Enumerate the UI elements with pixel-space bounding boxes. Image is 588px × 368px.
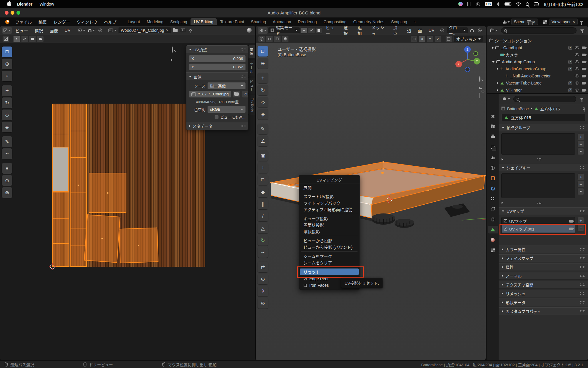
- pin-id-icon[interactable]: [583, 107, 585, 110]
- tool-edge-slide[interactable]: [258, 262, 268, 272]
- remove-uv-map-button[interactable]: [577, 224, 584, 231]
- menu-item-project-from-view-bounds[interactable]: ビューから投影 (バウンド): [299, 244, 360, 250]
- tool-cursor[interactable]: [258, 58, 268, 69]
- siri-icon[interactable]: [456, 2, 465, 6]
- vertex-groups-panel-header[interactable]: 頂点グループ: [499, 124, 588, 131]
- reload-image-button[interactable]: [242, 91, 248, 97]
- blender-app-menu[interactable]: [3, 20, 12, 24]
- exclude-checkbox[interactable]: [568, 81, 572, 85]
- tool-scale[interactable]: [258, 97, 268, 107]
- tool-add-cube[interactable]: [258, 150, 268, 161]
- panel-grip-icon[interactable]: [580, 274, 585, 277]
- panel-grip-icon[interactable]: [580, 257, 585, 260]
- exclude-checkbox[interactable]: [568, 67, 572, 71]
- uv-editor-type-button[interactable]: [2, 27, 12, 34]
- vp-menu-edge[interactable]: 辺: [404, 27, 414, 34]
- tab-object[interactable]: [488, 174, 498, 182]
- outliner-filter-button[interactable]: [579, 27, 586, 34]
- outliner-row-vt-inner[interactable]: VT-Inner: [487, 87, 588, 94]
- menu-item-clear-seam[interactable]: シームをクリア: [299, 259, 360, 266]
- pin-image-button[interactable]: [187, 27, 194, 34]
- uv-island-square-1[interactable]: [89, 173, 126, 213]
- geometry-data-panel-header[interactable]: 形状データ: [499, 299, 588, 306]
- mirror-z-toggle[interactable]: Z: [435, 36, 441, 42]
- properties-filter-button[interactable]: [578, 96, 585, 102]
- uv-vertex-panel-header[interactable]: UV頂点: [186, 45, 248, 53]
- add-uv-map-button[interactable]: [577, 217, 584, 224]
- menu-file[interactable]: ファイル: [12, 19, 35, 25]
- attributes-panel-header[interactable]: 属性: [499, 263, 588, 271]
- tool-select-box[interactable]: [2, 47, 12, 57]
- menu-item-smart-uv[interactable]: スマートUV投影: [299, 193, 360, 200]
- uv-face-gray[interactable]: [53, 147, 69, 192]
- tool-select-box[interactable]: [258, 46, 268, 57]
- shape-keys-panel-header[interactable]: シェイプキー: [499, 164, 588, 171]
- tool-move[interactable]: [258, 73, 268, 83]
- close-window-button[interactable]: [5, 11, 9, 15]
- shading-mode-toggle[interactable]: [282, 36, 289, 42]
- menu-item-cube-projection[interactable]: キューブ投影: [299, 215, 360, 222]
- tool-poly-build[interactable]: [258, 223, 268, 233]
- apple-menu[interactable]: [5, 2, 14, 6]
- mesh-name-field[interactable]: 立方体.015: [501, 114, 585, 121]
- tool-rotate[interactable]: [2, 97, 12, 108]
- show-gizmo-toggle[interactable]: [258, 36, 265, 42]
- vertex-groups-list[interactable]: [501, 133, 575, 155]
- properties-search[interactable]: [513, 96, 576, 102]
- sidebar-tab-image[interactable]: 画像: [248, 45, 255, 58]
- outliner-search[interactable]: [501, 27, 577, 34]
- tool-transform[interactable]: [258, 109, 268, 120]
- uv-island-strip-b[interactable]: [70, 104, 87, 267]
- snap-button[interactable]: [469, 27, 476, 34]
- tool-transform[interactable]: [2, 122, 12, 132]
- input-source-menu[interactable]: US: [482, 2, 495, 6]
- bluetooth-menu-icon[interactable]: [495, 2, 502, 6]
- source-dropdown[interactable]: 単一画像: [208, 82, 245, 89]
- shape-key-specials-button[interactable]: [577, 188, 584, 195]
- eye-icon[interactable]: [575, 67, 579, 70]
- battery-menu-icon[interactable]: [502, 2, 514, 6]
- macos-app-menu[interactable]: Blender: [14, 2, 36, 6]
- breadcrumb-object[interactable]: BottomBase: [507, 107, 529, 111]
- render-camera-icon[interactable]: [582, 47, 586, 49]
- panel-grip-icon[interactable]: [580, 126, 585, 129]
- workspace-tab-scripting[interactable]: Scripting: [388, 18, 410, 25]
- tool-pinch[interactable]: [2, 175, 12, 186]
- uv-island-quad[interactable]: [84, 214, 121, 263]
- workspace-tab-shading[interactable]: Shading: [248, 18, 269, 25]
- panel-grip-icon[interactable]: [240, 48, 245, 51]
- viewlayer-add-button[interactable]: [542, 19, 549, 25]
- caret-right-icon[interactable]: [502, 202, 503, 204]
- viewport-editor-type-button[interactable]: [258, 27, 268, 34]
- panel-grip-icon[interactable]: [580, 292, 585, 295]
- uv-menu-view[interactable]: ビュー: [12, 27, 31, 34]
- wifi-menu-icon[interactable]: [514, 2, 523, 6]
- unlink-image-icon[interactable]: [166, 28, 168, 33]
- view-as-render-checkbox[interactable]: [215, 115, 218, 119]
- tab-tool[interactable]: [488, 112, 498, 120]
- image-panel-header[interactable]: 画像: [186, 72, 248, 80]
- uv-zoom-button[interactable]: [172, 47, 173, 52]
- remove-vertex-group-button[interactable]: [577, 141, 584, 147]
- remove-viewlayer-icon[interactable]: [572, 19, 575, 24]
- custom-properties-panel-header[interactable]: カスタムプロパティ: [499, 307, 588, 315]
- caret-right-icon[interactable]: [497, 68, 498, 70]
- outliner-editor-type-button[interactable]: [489, 27, 499, 34]
- list-resize-grip[interactable]: [537, 158, 542, 161]
- properties-editor-type-button[interactable]: [501, 96, 511, 102]
- tab-world[interactable]: [488, 164, 498, 172]
- menubar-clock[interactable]: 8月18日(木) 午前10:2: [540, 1, 583, 7]
- tab-scene[interactable]: [488, 154, 498, 161]
- tool-relax[interactable]: [2, 148, 12, 159]
- outliner-row-audio-connector-group[interactable]: AudioConnectorGroup: [487, 65, 588, 72]
- browse-scene-button[interactable]: [502, 19, 511, 25]
- tab-material[interactable]: [488, 236, 498, 244]
- texture-space-panel-header[interactable]: テクスチャ空間: [499, 281, 588, 289]
- workspace-tab-geometry-nodes[interactable]: Geometry Nodes: [350, 18, 387, 25]
- tool-twist[interactable]: [2, 187, 12, 198]
- workspace-tab-modeling[interactable]: Modeling: [143, 18, 167, 25]
- menu-item-unwrap[interactable]: 展開: [299, 184, 360, 190]
- tool-measure[interactable]: [258, 136, 268, 146]
- sidebar-tab-view[interactable]: ビュー: [248, 77, 255, 94]
- proportional-edit-button[interactable]: [476, 27, 483, 34]
